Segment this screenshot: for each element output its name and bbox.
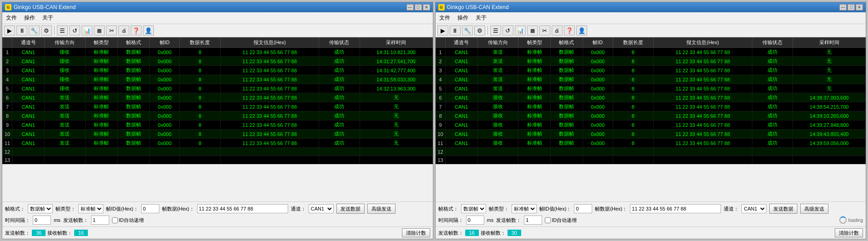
help-button-2[interactable]: ❓ (564, 25, 575, 35)
user-button-1[interactable]: 👤 (143, 25, 154, 35)
table-row[interactable]: 6CAN1接收标准帧数据帧0x000811 22 33 44 55 66 77 … (436, 93, 866, 102)
table-row[interactable]: 12 (3, 148, 433, 156)
list-button-2[interactable]: ☰ (490, 25, 501, 35)
table-row[interactable]: 10CAN1发送标准帧数据帧0x000811 22 33 44 55 66 77… (3, 130, 433, 139)
table-row[interactable]: 4CAN1接收标准帧数据帧0x000811 22 33 44 55 66 77 … (3, 75, 433, 84)
close-button-2[interactable]: ✕ (856, 4, 863, 10)
menu-about-1[interactable]: 关于 (41, 13, 55, 23)
help-button-1[interactable]: ❓ (131, 25, 142, 35)
user-button-2[interactable]: 👤 (576, 25, 587, 35)
high-send-button-1[interactable]: 高级发送 (367, 204, 396, 214)
table-scroll-2[interactable]: 通道号 传输方向 帧类型 帧格式 帧ID 数据长度 报文信息(Hex) 传输状态… (436, 37, 866, 201)
hex-data-cell: 11 22 33 44 55 66 77 88 (220, 57, 319, 66)
send-count-value-2: 16 (465, 230, 479, 236)
minimize-button-1[interactable]: — (406, 4, 414, 10)
table-row[interactable]: 11CAN1接收标准帧数据帧0x000811 22 33 44 55 66 77… (436, 139, 866, 148)
clip-button-2[interactable]: ✂ (539, 25, 550, 35)
table-row[interactable]: 9CAN1接收标准帧数据帧0x000811 22 33 44 55 66 77 … (436, 120, 866, 130)
hex-data-cell: 11 22 33 44 55 66 77 88 (220, 84, 319, 93)
table-row[interactable]: 8CAN1接收标准帧数据帧0x000811 22 33 44 55 66 77 … (436, 111, 866, 120)
col-frametype-2: 帧类型 (518, 38, 551, 48)
maximize-button-2[interactable]: □ (848, 4, 855, 10)
table-row[interactable]: 7CAN1发送标准帧数据帧0x000811 22 33 44 55 66 77 … (3, 102, 433, 111)
frame-type-select-1[interactable]: 标准帧 (78, 204, 103, 213)
table-row[interactable]: 12 (436, 148, 866, 156)
menu-ops-1[interactable]: 操作 (22, 13, 37, 23)
send-count-input-2[interactable] (524, 216, 542, 225)
table-row[interactable]: 2CAN1发送标准帧数据帧0x000811 22 33 44 55 66 77 … (436, 57, 866, 66)
table-row[interactable]: 13 (436, 156, 866, 164)
table-row[interactable]: 9CAN1发送标准帧数据帧0x000811 22 33 44 55 66 77 … (3, 120, 433, 130)
table-row[interactable]: 8CAN1发送标准帧数据帧0x000811 22 33 44 55 66 77 … (3, 111, 433, 120)
table-row[interactable]: 13 (3, 156, 433, 164)
pause-button-2[interactable]: ⏸ (450, 25, 461, 35)
table-row[interactable]: 10CAN1接收标准帧数据帧0x000811 22 33 44 55 66 77… (436, 130, 866, 139)
table-row[interactable]: 6CAN1发送标准帧数据帧0x000811 22 33 44 55 66 77 … (3, 93, 433, 102)
status-cell: 成功 (319, 57, 360, 66)
grid-button-2[interactable]: ▦ (527, 25, 538, 35)
recv-count-value-2: 30 (508, 230, 521, 236)
direction-cell: 发送 (45, 93, 85, 102)
table-row[interactable]: 5CAN1发送标准帧数据帧0x000811 22 33 44 55 66 77 … (436, 84, 866, 93)
row-number: 5 (436, 84, 445, 93)
minimize-button-2[interactable]: — (839, 4, 847, 10)
clear-count-button-1[interactable]: 清除计数 (402, 228, 430, 237)
menu-file-2[interactable]: 文件 (437, 13, 452, 23)
play-button-1[interactable]: ▶ (4, 25, 15, 35)
table-row[interactable]: 5CAN1接收标准帧数据帧0x000811 22 33 44 55 66 77 … (3, 84, 433, 93)
table-row[interactable]: 3CAN1发送标准帧数据帧0x000811 22 33 44 55 66 77 … (436, 66, 866, 75)
table-row[interactable]: 7CAN1接收标准帧数据帧0x000811 22 33 44 55 66 77 … (436, 102, 866, 111)
refresh-button-1[interactable]: ↺ (69, 25, 80, 35)
table-row[interactable]: 3CAN1接收标准帧数据帧0x000811 22 33 44 55 66 77 … (3, 66, 433, 75)
high-send-button-2[interactable]: 高级发送 (800, 204, 828, 214)
auto-incr-checkbox-2[interactable] (545, 217, 551, 223)
grid-button-1[interactable]: ▦ (94, 25, 105, 35)
chart-button-2[interactable]: 📊 (515, 25, 526, 35)
data-len-cell: 8 (180, 102, 220, 111)
clear-count-button-2[interactable]: 清除计数 (835, 228, 863, 237)
table-row[interactable]: 11CAN1发送标准帧数据帧0x000811 22 33 44 55 66 77… (3, 139, 433, 148)
clip-button-1[interactable]: ✂ (106, 25, 117, 35)
frame-format-select-1[interactable]: 数据帧 (28, 204, 53, 213)
channel-select-2[interactable]: CAN1 (741, 204, 766, 213)
frame-id-input-2[interactable] (574, 204, 592, 213)
table-row[interactable]: 2CAN1接收标准帧数据帧0x000811 22 33 44 55 66 77 … (3, 57, 433, 66)
maximize-button-1[interactable]: □ (415, 4, 422, 10)
list-button-1[interactable]: ☰ (57, 25, 68, 35)
menu-about-2[interactable]: 关于 (474, 13, 488, 23)
settings-button-1[interactable]: ⚙ (41, 25, 52, 35)
frame-id-input-1[interactable] (141, 204, 159, 213)
play-button-2[interactable]: ▶ (437, 25, 448, 35)
send-data-button-1[interactable]: 发送数据 (336, 204, 365, 214)
send-count-input-1[interactable] (91, 216, 109, 225)
close-button-1[interactable]: ✕ (423, 4, 430, 10)
channel-cell: CAN1 (12, 120, 45, 130)
frame-id-cell: 0x000 (583, 84, 613, 93)
time-interval-input-1[interactable] (33, 216, 51, 225)
table-row[interactable]: 1CAN1接收标准帧数据帧0x000811 22 33 44 55 66 77 … (3, 48, 433, 57)
send-data-button-2[interactable]: 发送数据 (769, 204, 797, 214)
refresh-button-2[interactable]: ↺ (503, 25, 513, 35)
table-scroll-1[interactable]: 通道号 传输方向 帧类型 帧格式 帧ID 数据长度 报文信息(Hex) 传输状态… (2, 37, 433, 201)
window-2: G Ginkgo USB-CAN Extend — □ ✕ 文件 操作 关于 ▶… (435, 2, 867, 239)
frame-id-cell: 0x000 (583, 120, 613, 130)
menu-file-1[interactable]: 文件 (4, 13, 19, 23)
pause-button-1[interactable]: ⏸ (16, 25, 27, 35)
time-interval-input-2[interactable] (466, 216, 484, 225)
menu-ops-2[interactable]: 操作 (456, 13, 470, 23)
frame-type-select-2[interactable]: 标准帧 (512, 204, 537, 213)
table-row[interactable]: 4CAN1发送标准帧数据帧0x000811 22 33 44 55 66 77 … (436, 75, 866, 84)
tool-button-1[interactable]: 🔧 (29, 25, 40, 35)
print-button-1[interactable]: 🖨 (118, 25, 129, 35)
tool-button-2[interactable]: 🔧 (462, 25, 473, 35)
print-button-2[interactable]: 🖨 (552, 25, 563, 35)
frame-type-label-2: 帧类型： (489, 206, 509, 212)
table-row[interactable]: 1CAN1发送标准帧数据帧0x000811 22 33 44 55 66 77 … (436, 48, 866, 57)
frame-format-select-2[interactable]: 数据帧 (461, 204, 486, 213)
auto-incr-checkbox-1[interactable] (112, 217, 118, 223)
channel-select-1[interactable]: CAN1 (309, 204, 334, 213)
frame-data-input-2[interactable] (630, 204, 721, 213)
settings-button-2[interactable]: ⚙ (474, 25, 485, 35)
chart-button-1[interactable]: 📊 (81, 25, 92, 35)
frame-data-input-1[interactable] (197, 204, 288, 213)
